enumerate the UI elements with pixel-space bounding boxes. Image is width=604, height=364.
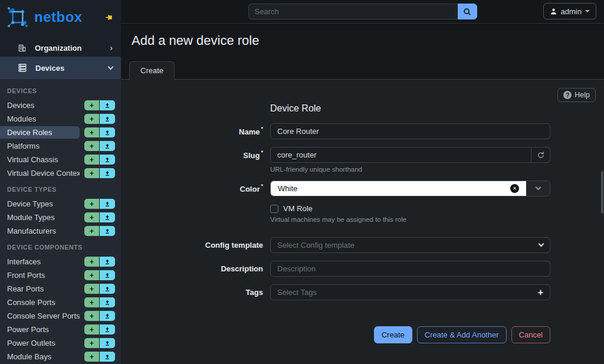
add-device-types-button[interactable]: + xyxy=(84,199,100,209)
tab-create[interactable]: Create xyxy=(129,61,175,80)
add-platforms-button[interactable]: + xyxy=(84,141,100,151)
sidebar-item-platforms[interactable]: Platforms xyxy=(0,140,80,152)
add-devices-button[interactable]: + xyxy=(84,100,100,110)
add-modules-button[interactable]: + xyxy=(84,114,100,124)
create-button[interactable]: Create xyxy=(374,326,412,343)
sidebar-item-console-server-ports[interactable]: Console Server Ports xyxy=(0,310,80,322)
quick-actions: + xyxy=(84,100,115,110)
search-input[interactable] xyxy=(248,4,458,19)
brand-name[interactable]: netbox xyxy=(34,9,83,25)
import-module-types-button[interactable] xyxy=(100,212,115,222)
vm-role-label[interactable]: VM Role xyxy=(283,204,313,213)
clear-selection-icon[interactable]: ✕ xyxy=(510,184,519,193)
add-module-bays-button[interactable]: + xyxy=(84,352,100,362)
sidebar-item-organization[interactable]: Organization › xyxy=(0,39,121,57)
username: admin xyxy=(561,7,582,16)
name-input[interactable] xyxy=(270,123,550,139)
add-rear-ports-button[interactable]: + xyxy=(84,284,100,294)
pin-sidebar-icon[interactable] xyxy=(105,13,114,22)
sidebar-item-front-ports[interactable]: Front Ports xyxy=(0,269,80,281)
sidebar-item-interfaces[interactable]: Interfaces xyxy=(0,255,80,268)
create-add-another-button[interactable]: Create & Add Another xyxy=(417,326,507,343)
import-device-types-button[interactable] xyxy=(100,199,115,209)
sidebar-item-module-bays[interactable]: Module Bays xyxy=(0,350,80,363)
import-console-ports-button[interactable] xyxy=(100,297,115,307)
add-power-ports-button[interactable]: + xyxy=(84,324,100,335)
slug-input[interactable] xyxy=(270,147,531,163)
cancel-button[interactable]: Cancel xyxy=(511,326,550,343)
name-row: Name* xyxy=(121,123,604,139)
sidebar-row-device-roles: Device Roles+ xyxy=(0,126,121,139)
search-button[interactable] xyxy=(458,4,477,19)
add-console-server-ports-button[interactable]: + xyxy=(84,311,100,321)
add-console-ports-button[interactable]: + xyxy=(84,297,100,307)
import-manufacturers-button[interactable] xyxy=(100,226,115,236)
help-button[interactable]: ? Help xyxy=(557,88,596,102)
sidebar-item-module-types[interactable]: Module Types xyxy=(0,211,80,224)
add-manufacturers-button[interactable]: + xyxy=(84,226,100,236)
scrollbar-thumb[interactable] xyxy=(601,171,603,214)
import-interfaces-button[interactable] xyxy=(100,257,115,267)
import-device-roles-button[interactable] xyxy=(100,127,115,137)
server-stack-icon xyxy=(18,63,27,73)
sidebar-item-power-ports[interactable]: Power Ports xyxy=(0,323,80,336)
color-select-caret xyxy=(526,181,550,196)
import-virtual-device-contexts-button[interactable] xyxy=(100,168,115,178)
quick-actions: + xyxy=(84,168,115,178)
required-marker: * xyxy=(261,126,263,132)
add-virtual-chassis-button[interactable]: + xyxy=(84,155,100,165)
add-power-outlets-button[interactable]: + xyxy=(84,338,100,348)
quick-actions: + xyxy=(84,257,115,267)
color-label: Color* xyxy=(121,181,270,196)
quick-actions: + xyxy=(84,270,115,280)
import-module-bays-button[interactable] xyxy=(100,352,115,362)
required-marker: * xyxy=(261,149,263,155)
sidebar-item-devices[interactable]: Devices xyxy=(0,99,80,112)
import-rear-ports-button[interactable] xyxy=(100,284,115,294)
quick-actions: + xyxy=(84,155,115,165)
sidebar-item-manufacturers[interactable]: Manufacturers xyxy=(0,225,80,237)
sidebar-row-modules: Modules+ xyxy=(0,112,121,126)
sidebar-item-virtual-device-contexts[interactable]: Virtual Device Contexts xyxy=(0,167,80,179)
config-template-select[interactable] xyxy=(270,237,550,253)
nav-label: Devices xyxy=(35,64,64,73)
sidebar-item-rear-ports[interactable]: Rear Ports xyxy=(0,283,80,295)
description-input[interactable] xyxy=(270,261,550,277)
sidebar-item-modules[interactable]: Modules xyxy=(0,113,80,125)
sidebar-item-power-outlets[interactable]: Power Outlets xyxy=(0,337,80,349)
sidebar-item-virtual-chassis[interactable]: Virtual Chassis xyxy=(0,153,80,166)
vm-role-checkbox[interactable] xyxy=(270,205,278,213)
add-front-ports-button[interactable]: + xyxy=(84,270,100,280)
sidebar: netbox Organization › xyxy=(0,0,121,364)
sidebar-row-console-server-ports: Console Server Ports+ xyxy=(0,309,121,323)
import-modules-button[interactable] xyxy=(100,114,115,124)
import-devices-button[interactable] xyxy=(100,100,115,110)
chevron-down-icon xyxy=(535,185,541,191)
sidebar-item-device-types[interactable]: Device Types xyxy=(0,198,80,210)
sidebar-item-console-ports[interactable]: Console Ports xyxy=(0,296,80,309)
import-platforms-button[interactable] xyxy=(100,141,115,151)
color-select[interactable]: White ✕ xyxy=(270,181,550,196)
upload-icon xyxy=(104,116,110,122)
user-menu-button[interactable]: admin xyxy=(543,3,596,19)
sidebar-row-power-ports: Power Ports+ xyxy=(0,323,121,336)
add-interfaces-button[interactable]: + xyxy=(84,257,100,267)
import-power-ports-button[interactable] xyxy=(100,324,115,335)
quick-actions: + xyxy=(84,324,115,335)
regenerate-slug-button[interactable] xyxy=(531,147,550,163)
sidebar-item-devices[interactable]: Devices xyxy=(0,57,121,79)
sidebar-row-virtual-chassis: Virtual Chassis+ xyxy=(0,153,121,166)
tags-select[interactable] xyxy=(270,284,550,300)
import-power-outlets-button[interactable] xyxy=(100,338,115,348)
add-module-types-button[interactable]: + xyxy=(84,212,100,222)
netbox-logo-icon[interactable] xyxy=(6,5,29,29)
upload-icon xyxy=(104,259,110,265)
help-label: Help xyxy=(575,91,590,99)
add-virtual-device-contexts-button[interactable]: + xyxy=(84,168,100,178)
quick-actions: + xyxy=(84,352,115,362)
import-front-ports-button[interactable] xyxy=(100,270,115,280)
sidebar-item-device-roles[interactable]: Device Roles xyxy=(0,126,80,139)
add-device-roles-button[interactable]: + xyxy=(84,127,100,137)
import-virtual-chassis-button[interactable] xyxy=(100,155,115,165)
import-console-server-ports-button[interactable] xyxy=(100,311,115,321)
